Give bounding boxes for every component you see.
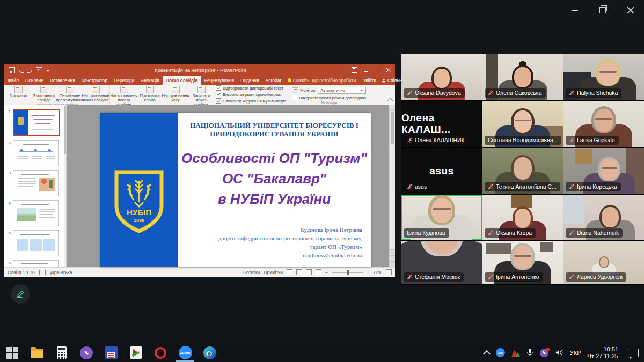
opera-icon[interactable] xyxy=(148,343,173,362)
checkbox-відтворювати-дикторський-текст[interactable]: Відтворювати дикторський текст xyxy=(216,85,286,91)
ppt-restore-button[interactable] xyxy=(375,68,379,72)
video-tile-1[interactable]: Oksana Davydova xyxy=(401,54,482,100)
powerpoint-main: 123456 НУБІП xyxy=(4,105,395,267)
tab-acrobat[interactable]: Acrobat xyxy=(262,76,284,85)
slideshow-view-icon[interactable] xyxy=(316,269,321,275)
thumbnail-scrollbar[interactable] xyxy=(64,105,66,267)
video-tile-14[interactable]: Ірина Антоненко xyxy=(482,241,563,284)
slide-thumbnail-2[interactable]: 2 xyxy=(6,140,63,166)
ribbon-display-icon[interactable] xyxy=(352,67,357,73)
close-button[interactable] xyxy=(621,3,640,17)
video-tile-5[interactable]: Світлана Володимирівна... xyxy=(482,101,563,147)
slide-thumbnail-1[interactable]: 1 xyxy=(6,109,63,136)
tab-конструктор[interactable]: Конструктор xyxy=(78,76,111,85)
zoom-icon[interactable]: zoom xyxy=(173,343,197,362)
monitor-dropdown[interactable]: Автоматично xyxy=(318,87,366,94)
tray-expand-icon[interactable] xyxy=(483,350,491,357)
viber-icon[interactable] xyxy=(74,343,99,362)
checkbox-використовувати-режим-доповідача[interactable]: Використовувати режим доповідача xyxy=(292,95,366,100)
ribbon-button-icon xyxy=(14,86,23,93)
muted-mic-icon xyxy=(488,274,494,280)
video-tile-10[interactable]: Ірина Кудінова xyxy=(401,195,482,240)
save-icon[interactable] xyxy=(9,67,15,73)
action-center-icon[interactable] xyxy=(628,349,639,357)
ribbon-button-настроювання-показу-слайдів[interactable]: Настроювання показу слайдів xyxy=(112,85,136,107)
signin-button[interactable]: Увійти xyxy=(363,78,376,83)
calculator-icon[interactable] xyxy=(49,343,74,362)
checkbox-використовувати-хронометраж[interactable]: Використовувати хронометраж xyxy=(216,92,286,97)
ribbon-group-row: Монітор:АвтоматичноВикористовувати режим… xyxy=(291,85,367,100)
viber-tray-icon[interactable] xyxy=(540,349,548,357)
annotate-button[interactable] xyxy=(11,284,30,304)
monitor-row: Монітор:Автоматично xyxy=(292,87,366,94)
zoom-tray-icon[interactable]: zm xyxy=(496,348,505,357)
microphone-tray-icon[interactable] xyxy=(526,348,533,357)
slide-thumbnail-4[interactable]: 4 xyxy=(6,200,63,226)
file-explorer-icon[interactable] xyxy=(25,343,49,362)
tab-рецензування[interactable]: Рецензування xyxy=(201,76,237,85)
ribbon-button-записати-показ-слайдів[interactable]: Записати показ слайдів xyxy=(189,85,214,107)
slide-thumbnail-3[interactable]: 3 xyxy=(6,170,63,196)
video-tile-3[interactable]: Halyna Shchuka xyxy=(564,54,644,100)
tab-переходи[interactable]: Переходи xyxy=(111,76,138,85)
video-tile-6[interactable]: Larisa Gopkalo xyxy=(564,101,644,147)
zoom-level[interactable]: 72% xyxy=(373,270,382,275)
comments-toggle[interactable]: Примітки xyxy=(264,270,283,275)
media-app-icon[interactable] xyxy=(123,343,148,362)
ribbon-button-з-початку[interactable]: З початку xyxy=(6,85,31,98)
system-tray: zm УКР 10:51 Чт 27.11.25 xyxy=(484,346,644,360)
video-tile-7[interactable]: asusasus xyxy=(401,148,482,194)
ribbon-button-з-поточного-слайда[interactable]: З поточного слайда xyxy=(32,85,56,102)
video-tile-13[interactable]: Стефанія Мосіюк xyxy=(401,241,482,284)
ribbon-button-приховати-слайд[interactable]: Приховати слайд xyxy=(137,85,162,102)
checkbox-елементи-керування-мультимедіа[interactable]: Елементи керування мультимедіа xyxy=(216,98,286,104)
video-tile-2[interactable]: Олена Саковська xyxy=(482,54,563,100)
minimize-button[interactable] xyxy=(566,3,584,17)
speaker-tray-icon[interactable] xyxy=(555,349,564,357)
start-slideshow-icon[interactable] xyxy=(36,67,42,73)
zoom-in-icon[interactable]: + xyxy=(367,270,369,275)
checkbox-icon xyxy=(292,95,297,100)
ribbon-button-настроювання-часу[interactable]: Настроювання часу xyxy=(163,85,188,102)
video-tile-11[interactable]: Oksana Krupa xyxy=(482,195,563,240)
start-button[interactable] xyxy=(0,343,25,362)
language-indicator[interactable]: українська xyxy=(50,270,72,275)
slide-thumbnail-5[interactable]: 5 xyxy=(6,230,63,256)
edge-icon[interactable] xyxy=(197,343,222,362)
ppt-close-button[interactable] xyxy=(386,68,391,72)
svg-text:НУБІП: НУБІП xyxy=(127,208,151,217)
ribbon-button-онлайнове-презентування[interactable]: Онлайнове презентування xyxy=(57,85,82,102)
tell-me-search[interactable]: Скажіть, що потрібно зробити... xyxy=(284,76,363,85)
video-tile-4[interactable]: Олена КАЛАШ...Олена КАЛАШНИК xyxy=(401,101,482,147)
video-tile-9[interactable]: Ірина Корецька xyxy=(564,148,644,194)
tab-анімація[interactable]: Анімація xyxy=(138,76,163,85)
slide-thumbnail-6[interactable]: 6 xyxy=(6,260,63,267)
undo-icon[interactable] xyxy=(19,69,24,73)
participant-name: Лариса Удворгелі xyxy=(577,274,623,280)
zoom-slider[interactable] xyxy=(332,272,363,273)
tab-показ-слайдів[interactable]: Показ слайдів xyxy=(163,76,201,85)
tab-файл[interactable]: Файл xyxy=(4,76,22,85)
normal-view-icon[interactable] xyxy=(287,269,292,275)
video-tile-8[interactable]: Тетяна Анатоліївна С... xyxy=(482,148,563,194)
collapse-ribbon-icon[interactable] xyxy=(387,98,393,104)
restore-button[interactable] xyxy=(594,3,612,17)
ribbon-button-настроюваний-показ-слайдів[interactable]: Настроюваний показ слайдів xyxy=(83,85,108,102)
language-switcher[interactable]: УКР xyxy=(570,350,581,356)
ppt-minimize-button[interactable] xyxy=(364,71,368,72)
canvas-scrollbar[interactable] xyxy=(389,105,395,267)
video-tile-12[interactable]: Diana Nahernuik xyxy=(564,195,644,240)
save-app-icon[interactable] xyxy=(99,343,123,362)
taskbar-clock[interactable]: 10:51 Чт 27.11.25 xyxy=(588,346,618,360)
tab-основне[interactable]: Основне xyxy=(22,76,47,85)
reading-view-icon[interactable] xyxy=(306,269,312,275)
video-tile-15[interactable]: Лариса Удворгелі xyxy=(564,241,644,284)
gpu-tray-icon[interactable] xyxy=(511,349,520,357)
tab-вставлення[interactable]: Вставлення xyxy=(47,76,78,85)
redo-icon[interactable] xyxy=(27,69,32,73)
zoom-out-icon[interactable]: − xyxy=(325,270,328,275)
fit-slide-icon[interactable] xyxy=(386,269,392,275)
tab-подання[interactable]: Подання xyxy=(237,76,262,85)
notes-toggle[interactable]: Нотатки xyxy=(243,270,260,275)
slide-sorter-icon[interactable] xyxy=(296,269,302,275)
